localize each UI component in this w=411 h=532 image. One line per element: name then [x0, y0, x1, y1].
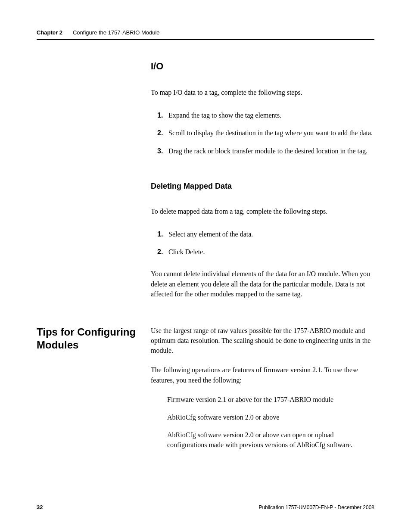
list-item: 2. Scroll to display the destination in … [157, 128, 375, 138]
sidebar-column: Tips for Configuring Modules [37, 326, 151, 352]
list-text: Click Delete. [168, 247, 205, 257]
page-header: Chapter 2 Configure the 1757-ABRIO Modul… [37, 29, 374, 40]
list-number: 1. [157, 229, 168, 239]
chapter-title: Configure the 1757-ABRIO Module [73, 29, 160, 36]
delete-steps-list: 1. Select any element of the data. 2. Cl… [151, 229, 375, 257]
list-item: AbRioCfg software version 2.0 or above [167, 412, 374, 422]
publication-info: Publication 1757-UM007D-EN-P - December … [258, 504, 374, 510]
heading-io: I/O [151, 61, 375, 72]
main-column: Use the largest range of raw values poss… [151, 326, 374, 462]
chapter-label: Chapter 2 [37, 29, 62, 36]
list-item: AbRioCfg software version 2.0 or above c… [167, 430, 374, 450]
list-item: 1. Expand the tag to show the tag elemen… [157, 110, 375, 120]
list-item: Firmware version 2.1 or above for the 17… [167, 395, 374, 404]
section-tips: Tips for Configuring Modules Use the lar… [37, 326, 374, 462]
tips-paragraph-1: Use the largest range of raw values poss… [151, 326, 374, 356]
list-number: 3. [157, 146, 168, 156]
list-number: 2. [157, 128, 168, 138]
list-text: Expand the tag to show the tag elements. [168, 110, 281, 120]
list-text: Select any element of the data. [168, 229, 253, 239]
list-text: Scroll to display the destination in the… [168, 128, 373, 138]
section-io: I/O To map I/O data to a tag, complete t… [151, 61, 375, 156]
page-number: 32 [37, 504, 43, 510]
list-item: 2. Click Delete. [157, 247, 375, 257]
page-footer: 32 Publication 1757-UM007D-EN-P - Decemb… [37, 504, 374, 510]
list-number: 1. [157, 110, 168, 120]
delete-note-text: You cannot delete individual elements of… [151, 269, 375, 299]
list-number: 2. [157, 247, 168, 257]
delete-intro-text: To delete mapped data from a tag, comple… [151, 206, 375, 216]
list-item: 3. Drag the rack or block transfer modul… [157, 146, 375, 156]
list-item: 1. Select any element of the data. [157, 229, 375, 239]
page-container: Chapter 2 Configure the 1757-ABRIO Modul… [0, 0, 411, 532]
page-content: I/O To map I/O data to a tag, complete t… [37, 61, 374, 462]
heading-deleting-mapped-data: Deleting Mapped Data [151, 182, 375, 191]
io-steps-list: 1. Expand the tag to show the tag elemen… [151, 110, 375, 156]
heading-tips-configuring-modules: Tips for Configuring Modules [37, 326, 142, 352]
tips-bullet-list: Firmware version 2.1 or above for the 17… [151, 395, 374, 450]
section-deleting-mapped-data: Deleting Mapped Data To delete mapped da… [151, 182, 375, 299]
list-text: Drag the rack or block transfer module t… [168, 146, 367, 156]
io-intro-text: To map I/O data to a tag, complete the f… [151, 87, 375, 97]
tips-paragraph-2: The following operations are features of… [151, 365, 374, 385]
